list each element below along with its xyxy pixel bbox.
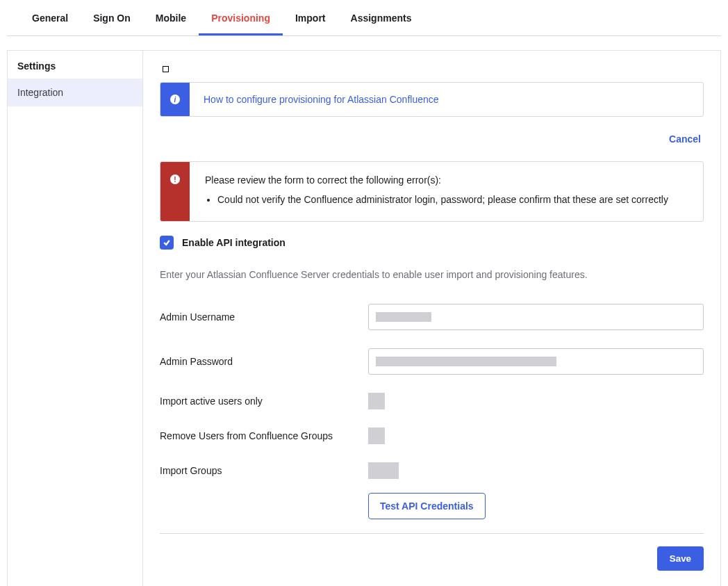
error-list: Could not verify the Confluence administ…: [217, 193, 688, 207]
sidebar-heading: Settings: [8, 51, 142, 79]
label-import-active-only: Import active users only: [160, 396, 368, 407]
sidebar-item-integration[interactable]: Integration: [8, 79, 142, 106]
enable-api-checkbox[interactable]: [160, 236, 174, 250]
save-button[interactable]: Save: [657, 546, 704, 571]
error-banner-body: Please review the form to correct the fo…: [190, 162, 703, 221]
footer-actions: Save: [160, 546, 704, 571]
row-admin-password: Admin Password: [160, 348, 704, 375]
checkbox-import-active-only[interactable]: [368, 393, 385, 409]
error-icon: !: [170, 174, 180, 184]
label-remove-users-groups: Remove Users from Confluence Groups: [160, 430, 368, 441]
enable-api-label: Enable API integration: [182, 237, 286, 248]
info-banner-link[interactable]: How to configure provisioning for Atlass…: [204, 94, 439, 105]
label-import-groups: Import Groups: [160, 465, 368, 476]
error-banner: ! Please review the form to correct the …: [160, 161, 704, 222]
test-credentials-row: Test API Credentials: [368, 493, 704, 519]
main-panel: i How to configure provisioning for Atla…: [143, 51, 720, 586]
separator: [160, 533, 704, 534]
label-admin-username: Admin Username: [160, 311, 368, 323]
error-banner-stripe: !: [160, 162, 190, 221]
top-tabs: General Sign On Mobile Provisioning Impo…: [7, 0, 721, 36]
row-admin-username: Admin Username: [160, 304, 704, 330]
helper-text: Enter your Atlassian Confluence Server c…: [160, 269, 704, 280]
row-import-active-only: Import active users only: [160, 393, 704, 409]
tab-general[interactable]: General: [19, 0, 81, 35]
settings-sidebar: Settings Integration: [8, 51, 143, 586]
tab-import[interactable]: Import: [283, 0, 338, 35]
input-admin-username[interactable]: [368, 304, 704, 330]
redacted-value: [376, 312, 431, 322]
cancel-row: Cancel: [160, 129, 704, 149]
info-banner: i How to configure provisioning for Atla…: [160, 82, 704, 117]
info-banner-stripe: i: [160, 83, 190, 116]
content-layout: Settings Integration i How to configure …: [7, 50, 721, 586]
enable-api-row: Enable API integration: [160, 236, 704, 250]
info-icon: i: [170, 95, 180, 104]
input-admin-password[interactable]: [368, 348, 704, 375]
error-item: Could not verify the Confluence administ…: [217, 193, 688, 207]
label-admin-password: Admin Password: [160, 356, 368, 367]
error-banner-title: Please review the form to correct the fo…: [205, 174, 688, 186]
tab-mobile[interactable]: Mobile: [143, 0, 199, 35]
redacted-value: [376, 357, 556, 366]
placeholder-icon: [163, 66, 169, 72]
tab-assignments[interactable]: Assignments: [338, 0, 424, 35]
tab-sign-on[interactable]: Sign On: [81, 0, 143, 35]
test-api-credentials-button[interactable]: Test API Credentials: [368, 493, 486, 519]
row-remove-users-groups: Remove Users from Confluence Groups: [160, 428, 704, 444]
row-import-groups: Import Groups: [160, 462, 704, 479]
checkbox-import-groups[interactable]: [368, 462, 399, 479]
tab-provisioning[interactable]: Provisioning: [199, 0, 283, 35]
info-banner-body: How to configure provisioning for Atlass…: [190, 83, 703, 116]
cancel-button[interactable]: Cancel: [666, 129, 704, 149]
checkbox-remove-users-groups[interactable]: [368, 428, 385, 444]
check-icon: [163, 238, 171, 247]
